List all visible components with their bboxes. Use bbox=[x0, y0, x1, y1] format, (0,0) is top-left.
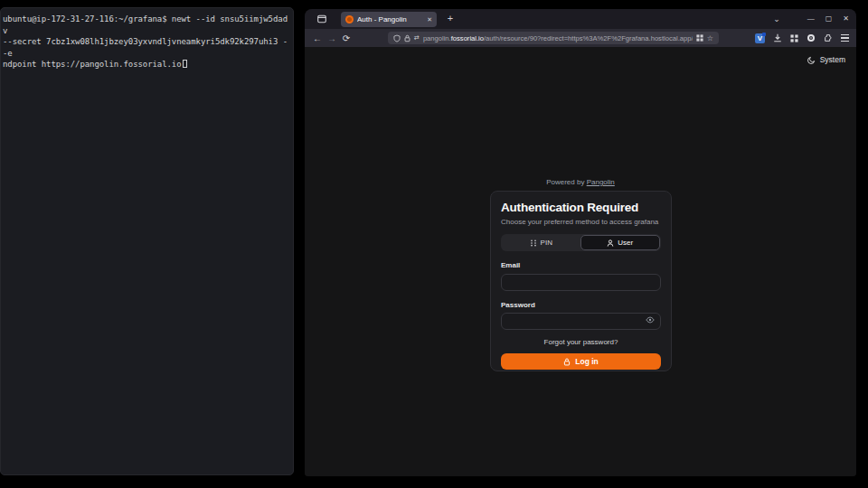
adblock-circle-icon[interactable] bbox=[807, 33, 816, 42]
pangolin-link[interactable]: Pangolin bbox=[587, 178, 615, 186]
powered-by: Powered by Pangolin bbox=[305, 178, 856, 186]
browser-toolbar: ← → ⟳ ⇄ pangolin.fossorial.io/auth/resou… bbox=[305, 29, 856, 47]
window-controls: ⌄ — ▢ ✕ bbox=[773, 9, 849, 29]
firefox-view-icon[interactable] bbox=[316, 13, 328, 25]
theme-label: System bbox=[820, 55, 845, 64]
show-password-eye-icon[interactable] bbox=[646, 316, 655, 324]
bookmark-star-icon[interactable]: ☆ bbox=[707, 34, 713, 42]
login-button[interactable]: Log in bbox=[501, 353, 661, 370]
close-window-button[interactable]: ✕ bbox=[843, 15, 849, 23]
email-field[interactable] bbox=[501, 274, 661, 291]
theme-toggle[interactable]: System bbox=[807, 55, 845, 64]
forgot-password-link[interactable]: Forgot your password? bbox=[501, 338, 661, 346]
email-label: Email bbox=[501, 261, 661, 269]
desktop: ubuntu@ip-172-31-27-116:~/grafana$ newt … bbox=[0, 0, 868, 488]
user-icon bbox=[607, 239, 614, 247]
keypad-icon bbox=[530, 239, 537, 247]
browser-tab[interactable]: Auth - Pangolin ✕ bbox=[341, 12, 437, 27]
tab-close-icon[interactable]: ✕ bbox=[427, 16, 432, 23]
auth-method-tabs: PIN User bbox=[501, 234, 661, 251]
tab-title: Auth - Pangolin bbox=[357, 15, 423, 23]
lock-icon[interactable] bbox=[404, 34, 410, 42]
password-label: Password bbox=[501, 301, 661, 309]
password-field[interactable] bbox=[501, 313, 661, 330]
terminal-line: ubuntu@ip-172-31-27-116:~/grafana$ newt … bbox=[3, 14, 288, 35]
minimize-button[interactable]: — bbox=[807, 15, 815, 23]
downloads-icon[interactable] bbox=[773, 33, 782, 42]
vimium-extension-icon[interactable]: V bbox=[755, 33, 765, 43]
terminal-cursor bbox=[183, 60, 187, 68]
terminal-window[interactable]: ubuntu@ip-172-31-27-116:~/grafana$ newt … bbox=[0, 7, 294, 475]
moon-icon bbox=[807, 56, 816, 64]
menu-hamburger-icon[interactable] bbox=[841, 34, 849, 42]
maximize-button[interactable]: ▢ bbox=[826, 15, 833, 23]
tab-pin-label: PIN bbox=[541, 239, 552, 247]
login-button-label: Log in bbox=[575, 357, 599, 366]
tab-pin[interactable]: PIN bbox=[502, 235, 580, 250]
tab-bar: Auth - Pangolin ✕ + ⌄ — ▢ ✕ bbox=[305, 9, 856, 29]
auth-card: Authentication Required Choose your pref… bbox=[490, 191, 672, 371]
permissions-icon[interactable]: ⇄ bbox=[414, 34, 420, 42]
extensions-grid-icon[interactable] bbox=[790, 34, 798, 42]
container-grid-icon[interactable] bbox=[696, 34, 703, 42]
tab-user-label: User bbox=[618, 239, 633, 247]
new-tab-button[interactable]: + bbox=[444, 13, 457, 25]
page-content: System Powered by Pangolin Authenticatio… bbox=[305, 47, 856, 476]
pangolin-favicon-icon bbox=[345, 15, 354, 23]
list-tabs-chevron-icon[interactable]: ⌄ bbox=[773, 14, 780, 23]
url-text[interactable]: pangolin.fossorial.io/auth/resource/90?r… bbox=[423, 34, 693, 42]
card-title: Authentication Required bbox=[501, 200, 661, 215]
back-button[interactable]: ← bbox=[310, 33, 325, 43]
toolbar-extensions: V bbox=[755, 29, 849, 47]
terminal-output: ubuntu@ip-172-31-27-116:~/grafana$ newt … bbox=[1, 8, 293, 70]
card-subtitle: Choose your preferred method to access g… bbox=[501, 218, 661, 226]
terminal-line: --secret 7cbz1xw08lh1jbzey03yxvndljvneam… bbox=[3, 37, 288, 58]
puzzle-extension-icon[interactable] bbox=[824, 33, 833, 42]
forward-button[interactable]: → bbox=[325, 33, 339, 43]
browser-window: Auth - Pangolin ✕ + ⌄ — ▢ ✕ ← → ⟳ bbox=[305, 9, 856, 476]
reload-button[interactable]: ⟳ bbox=[339, 33, 354, 43]
url-bar[interactable]: ⇄ pangolin.fossorial.io/auth/resource/90… bbox=[388, 32, 719, 44]
terminal-line: ndpoint https://pangolin.fossorial.io bbox=[3, 60, 182, 69]
tracking-protection-shield-icon[interactable] bbox=[393, 34, 401, 42]
tab-user[interactable]: User bbox=[580, 235, 661, 250]
login-lock-icon bbox=[563, 358, 571, 366]
